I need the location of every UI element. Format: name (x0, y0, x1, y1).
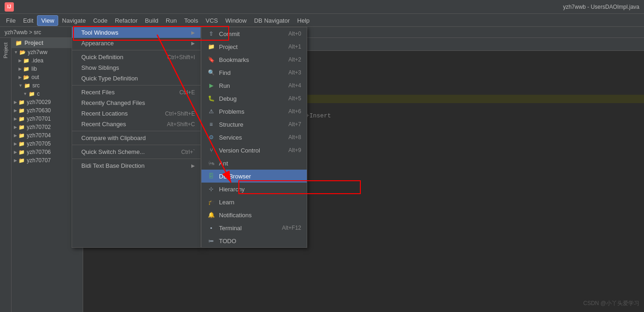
tw-project[interactable]: 📁 Project Alt+1 (201, 40, 307, 53)
side-strip: Project (0, 38, 12, 312)
menu-window[interactable]: Window (222, 16, 250, 25)
tw-learn[interactable]: 🎓 Learn (201, 196, 307, 208)
menu-item-show-siblings[interactable]: Show Siblings (72, 62, 200, 73)
tw-find[interactable]: 🔍 Find Alt+3 (201, 66, 307, 79)
watermark: CSDN @小丫头爱学习 (583, 300, 639, 307)
separator (72, 145, 200, 145)
run-icon: ▶ (207, 81, 215, 90)
tw-structure[interactable]: ≡ Structure Alt+7 (201, 118, 307, 131)
menu-refactor[interactable]: Refactor (111, 16, 141, 25)
dropdown-container: Tool Windows ▶ Appearance ▶ Quick Defini… (72, 27, 307, 248)
title-bar: IJ yzh7wwb - UsersDAOImpl.java (0, 0, 644, 14)
menu-item-recent-changes[interactable]: Recent Changes Alt+Shift+C (72, 119, 200, 129)
db-icon: 🗄 (207, 172, 215, 180)
services-icon: ⚙ (207, 133, 215, 141)
menu-view[interactable]: View (37, 15, 58, 26)
menu-tools[interactable]: Tools (181, 16, 202, 25)
menu-code[interactable]: Code (90, 16, 111, 25)
tw-hierarchy[interactable]: ⊹ Hierarchy (201, 183, 307, 196)
tw-debug[interactable]: 🐛 Debug Alt+5 (201, 92, 307, 105)
window-title: yzh7wwb - UsersDAOImpl.java (563, 4, 639, 10)
menu-file[interactable]: File (2, 16, 19, 25)
menu-item-tool-windows[interactable]: Tool Windows ▶ (72, 27, 200, 38)
menu-item-recent-locations[interactable]: Recent Locations Ctrl+Shift+E (72, 108, 200, 119)
tw-ant[interactable]: 🐜 Ant (201, 157, 307, 170)
learn-icon: 🎓 (207, 198, 215, 206)
breadcrumb-text: yzh7wwb > src (5, 29, 41, 36)
menu-item-appearance[interactable]: Appearance ▶ (72, 38, 200, 49)
menu-bar-overlay: File Edit View Navigate Code Refactor Bu… (0, 14, 644, 27)
project-label[interactable]: Project (3, 43, 8, 58)
menu-navigate[interactable]: Navigate (58, 16, 89, 25)
menu-item-recent-files[interactable]: Recent Files Ctrl+E (72, 87, 200, 98)
separator (72, 50, 200, 50)
separator (72, 159, 200, 159)
view-menu-dropdown: Tool Windows ▶ Appearance ▶ Quick Defini… (72, 27, 201, 248)
submenu-arrow: ▶ (191, 41, 195, 46)
bookmarks-icon: 🔖 (207, 55, 215, 64)
separator (72, 131, 200, 131)
menu-vcs[interactable]: VCS (202, 16, 222, 25)
todo-icon: ≔ (207, 237, 215, 245)
tool-windows-submenu: ⇧ Commit Alt+0 📁 Project Alt+1 🔖 Bookmar… (201, 27, 307, 248)
menu-build[interactable]: Build (141, 16, 162, 25)
menu-item-compare-clipboard[interactable]: Compare with Clipboard (72, 133, 200, 143)
menu-run[interactable]: Run (162, 16, 181, 25)
debug-icon: 🐛 (207, 94, 215, 103)
separator (72, 85, 200, 86)
menu-item-recently-changed-files[interactable]: Recently Changed Files (72, 98, 200, 108)
tw-version-control[interactable]: ⑂ Version Control Alt+9 (201, 144, 307, 157)
hierarchy-icon: ⊹ (207, 185, 215, 193)
tw-commit[interactable]: ⇧ Commit Alt+0 (201, 27, 307, 40)
menu-item-quick-definition[interactable]: Quick Definition Ctrl+Shift+I (72, 52, 200, 62)
terminal-icon: ▪ (207, 224, 215, 232)
menu-item-quick-switch-scheme[interactable]: Quick Switch Scheme... Ctrl+` (72, 147, 200, 157)
tw-problems[interactable]: ⚠ Problems Alt+6 (201, 105, 307, 118)
tw-db-browser[interactable]: 🗄 DB Browser (201, 170, 307, 183)
menu-help[interactable]: Help (293, 16, 313, 25)
app-logo: IJ (5, 2, 14, 12)
project-header-label: Project (24, 40, 43, 46)
commit-icon: ⇧ (207, 30, 215, 38)
tw-services[interactable]: ⚙ Services Alt+8 (201, 131, 307, 144)
tw-run[interactable]: ▶ Run Alt+4 (201, 79, 307, 92)
tw-notifications[interactable]: 🔔 Notifications (201, 208, 307, 221)
tw-todo[interactable]: ≔ TODO (201, 234, 307, 247)
bell-icon: 🔔 (207, 211, 215, 219)
submenu-arrow: ▶ (191, 163, 195, 168)
structure-icon: ≡ (207, 120, 215, 128)
ant-icon: 🐜 (207, 159, 215, 167)
tw-bookmarks[interactable]: 🔖 Bookmarks Alt+2 (201, 53, 307, 66)
submenu-arrow: ▶ (191, 30, 195, 35)
find-icon: 🔍 (207, 68, 215, 77)
menu-item-bidi-text[interactable]: Bidi Text Base Direction ▶ (72, 160, 200, 171)
project-icon: 📁 (207, 43, 215, 51)
menu-edit[interactable]: Edit (19, 16, 37, 25)
vcs-icon: ⑂ (207, 146, 215, 154)
problems-icon: ⚠ (207, 107, 215, 116)
tw-terminal[interactable]: ▪ Terminal Alt+F12 (201, 221, 307, 234)
menu-db-navigator[interactable]: DB Navigator (250, 16, 293, 25)
menu-item-quick-type-definition[interactable]: Quick Type Definition (72, 73, 200, 84)
